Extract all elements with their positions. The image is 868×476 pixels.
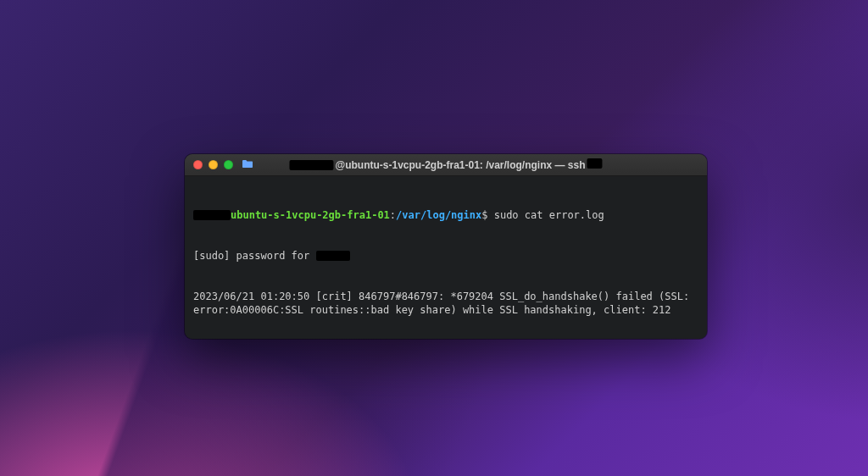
window-controls: [193, 160, 233, 169]
terminal-window[interactable]: @ubuntu-s-1vcpu-2gb-fra1-01: /var/log/ng…: [185, 154, 707, 339]
prompt-userhost: ubuntu-s-1vcpu-2gb-fra1-01: [231, 209, 390, 221]
window-title: @ubuntu-s-1vcpu-2gb-fra1-01: /var/log/ng…: [287, 158, 604, 171]
title-middle: @ubuntu-s-1vcpu-2gb-fra1-01: /var/log/ng…: [335, 159, 585, 171]
zoom-icon[interactable]: [224, 160, 233, 169]
log-line: [sudo] password for: [193, 249, 698, 263]
command-text: sudo cat error.log: [487, 209, 604, 221]
terminal-output[interactable]: ubuntu-s-1vcpu-2gb-fra1-01:/var/log/ngin…: [185, 176, 707, 339]
minimize-icon[interactable]: [209, 160, 218, 169]
prompt-line: ubuntu-s-1vcpu-2gb-fra1-01:/var/log/ngin…: [193, 208, 698, 222]
log-line: 2023/06/21 01:20:50 [crit] 846797#846797…: [193, 290, 698, 317]
redacted: [316, 251, 350, 261]
close-icon[interactable]: [193, 160, 203, 169]
prompt-path: /var/log/nginx: [396, 209, 481, 221]
redacted-user: [193, 210, 231, 220]
folder-icon: [242, 159, 253, 171]
window-titlebar[interactable]: @ubuntu-s-1vcpu-2gb-fra1-01: /var/log/ng…: [185, 154, 707, 176]
